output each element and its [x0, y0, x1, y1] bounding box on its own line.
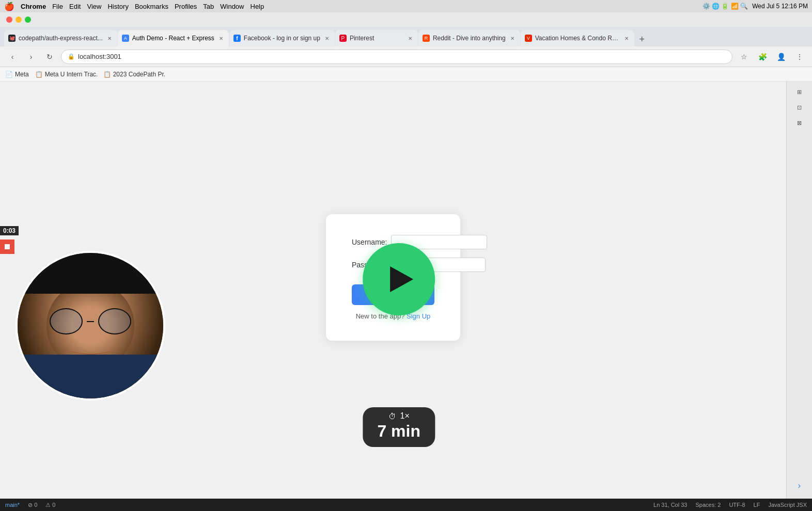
apple-menu[interactable]: 🍎 — [4, 2, 14, 11]
bookmark-meta-u[interactable]: 📋 Meta U Intern Trac... — [35, 71, 97, 78]
bookmark-star-button[interactable]: ☆ — [737, 50, 751, 64]
tab-title-github: codepath/auth-express-react... — [19, 35, 103, 42]
title-bar — [0, 12, 812, 27]
new-tab-button[interactable]: + — [635, 32, 649, 46]
tab-close-pinterest[interactable]: ✕ — [407, 35, 414, 42]
panel-btn-3[interactable]: ⊠ — [791, 117, 808, 129]
browser-window: 🐙 codepath/auth-express-react... ✕ A Aut… — [0, 12, 812, 511]
tab-close-github[interactable]: ✕ — [106, 35, 113, 42]
menu-profiles[interactable]: Profiles — [175, 3, 197, 10]
tab-close-vacation[interactable]: ✕ — [623, 35, 630, 42]
tab-title-vacation: Vacation Homes & Condo Ren... — [535, 35, 620, 42]
tab-favicon-vacation: V — [525, 35, 532, 42]
forward-button[interactable]: › — [24, 50, 38, 64]
stop-recording-button[interactable] — [0, 239, 14, 254]
tab-vacation[interactable]: V Vacation Homes & Condo Ren... ✕ — [521, 30, 634, 46]
menu-bookmarks[interactable]: Bookmarks — [135, 3, 168, 10]
tab-facebook[interactable]: f Facebook - log in or sign up ✕ — [229, 30, 335, 46]
tab-title-auth: Auth Demo - React + Express — [132, 35, 214, 42]
status-warnings: ⚠ 0 — [45, 502, 55, 508]
bookmark-codepath-label: 2023 CodePath Pr... — [113, 71, 165, 78]
play-icon — [390, 266, 413, 292]
lock-icon: 🔒 — [68, 53, 75, 60]
tab-favicon-reddit: R — [423, 35, 430, 42]
bookmark-meta-u-icon: 📋 — [35, 71, 43, 78]
tab-favicon-pinterest: P — [339, 35, 347, 42]
close-button[interactable] — [6, 17, 12, 23]
bookmark-meta-icon: 📄 — [5, 71, 13, 78]
bookmark-meta[interactable]: 📄 Meta — [5, 71, 29, 78]
extension-button[interactable]: 🧩 — [755, 50, 770, 64]
status-line-ending: LF — [754, 502, 760, 508]
tab-reddit[interactable]: R Reddit - Dive into anything ✕ — [418, 30, 520, 46]
tab-title-pinterest: Pinterest — [350, 35, 403, 42]
macos-menu-bar: 🍎 Chrome File Edit View History Bookmark… — [0, 0, 812, 12]
status-bar: main* ⊘ 0 ⚠ 0 Ln 31, Col 33 Spaces: 2 UT… — [0, 499, 812, 511]
tab-close-facebook[interactable]: ✕ — [323, 35, 331, 42]
speed-clock-icon: ⏱ — [388, 412, 396, 421]
tab-title-reddit: Reddit - Dive into anything — [433, 35, 506, 42]
address-text: localhost:3001 — [78, 53, 121, 60]
status-ln: Ln 31, Col 33 — [653, 502, 687, 508]
panel-chevron[interactable]: › — [794, 477, 805, 494]
bookmark-codepath-icon: 📋 — [103, 71, 111, 78]
menu-file[interactable]: File — [52, 3, 63, 10]
tab-github[interactable]: 🐙 codepath/auth-express-react... ✕ — [4, 30, 117, 46]
tab-favicon-auth: A — [122, 35, 129, 42]
status-encoding: UTF-8 — [729, 502, 745, 508]
duration-value: 7 min — [377, 422, 420, 441]
maximize-button[interactable] — [25, 17, 31, 23]
tab-close-reddit[interactable]: ✕ — [509, 35, 516, 42]
speed-top: ⏱ 1× — [388, 411, 410, 421]
tab-favicon-github: 🐙 — [8, 35, 15, 42]
tab-favicon-facebook: f — [233, 35, 241, 42]
system-icons: ⚙️ 🌐 🔋 📶 🔍 — [702, 3, 748, 10]
profile-button[interactable]: 👤 — [774, 50, 788, 64]
tab-pinterest[interactable]: P Pinterest ✕ — [335, 30, 418, 46]
reload-button[interactable]: ↻ — [42, 50, 57, 64]
tab-close-auth[interactable]: ✕ — [217, 35, 225, 42]
bookmark-meta-u-label: Meta U Intern Trac... — [45, 71, 97, 78]
tab-title-facebook: Facebook - log in or sign up — [244, 35, 320, 42]
git-branch: main* — [5, 502, 20, 508]
menu-button[interactable]: ⋮ — [792, 50, 807, 64]
status-language: JavaScript JSX — [768, 502, 807, 508]
video-timer: 0:03 — [0, 226, 19, 235]
tab-auth-demo[interactable]: A Auth Demo - React + Express ✕ — [118, 30, 229, 46]
menu-bar-right: ⚙️ 🌐 🔋 📶 🔍 Wed Jul 5 12:16 PM — [702, 3, 808, 10]
menu-history[interactable]: History — [107, 3, 128, 10]
menu-help[interactable]: Help — [251, 3, 264, 10]
menu-bar-time: Wed Jul 5 12:16 PM — [752, 3, 808, 10]
timer-text: 0:03 — [3, 227, 15, 234]
webcam-face — [18, 253, 163, 398]
back-button[interactable]: ‹ — [5, 50, 20, 64]
bookmark-codepath[interactable]: 📋 2023 CodePath Pr... — [103, 71, 165, 78]
address-bar: ‹ › ↻ 🔒 localhost:3001 ☆ 🧩 👤 ⋮ — [0, 46, 812, 67]
speed-indicator: ⏱ 1× 7 min — [363, 407, 435, 447]
bookmark-meta-label: Meta — [15, 71, 29, 78]
menu-window[interactable]: Window — [220, 3, 244, 10]
address-input[interactable]: 🔒 localhost:3001 — [61, 50, 732, 64]
tab-bar: 🐙 codepath/auth-express-react... ✕ A Aut… — [0, 27, 812, 46]
stop-icon — [5, 244, 10, 249]
browser-content: 0:03 Username: Password: Login New to th… — [0, 82, 812, 499]
right-panel: ⊞ ⊡ ⊠ › — [786, 82, 812, 499]
play-button[interactable] — [363, 243, 435, 315]
status-spaces: Spaces: 2 — [695, 502, 721, 508]
menu-edit[interactable]: Edit — [69, 3, 81, 10]
menu-chrome[interactable]: Chrome — [21, 3, 46, 10]
speed-value: 1× — [400, 411, 410, 421]
status-errors: ⊘ 0 — [28, 502, 37, 508]
username-label: Username: — [352, 238, 387, 246]
webcam-overlay — [15, 251, 165, 401]
panel-btn-2[interactable]: ⊡ — [791, 101, 808, 114]
menu-view[interactable]: View — [87, 3, 101, 10]
panel-btn-1[interactable]: ⊞ — [791, 86, 808, 98]
menu-tab[interactable]: Tab — [203, 3, 214, 10]
bookmarks-bar: 📄 Meta 📋 Meta U Intern Trac... 📋 2023 Co… — [0, 67, 812, 82]
traffic-lights — [6, 17, 31, 23]
minimize-button[interactable] — [15, 17, 22, 23]
